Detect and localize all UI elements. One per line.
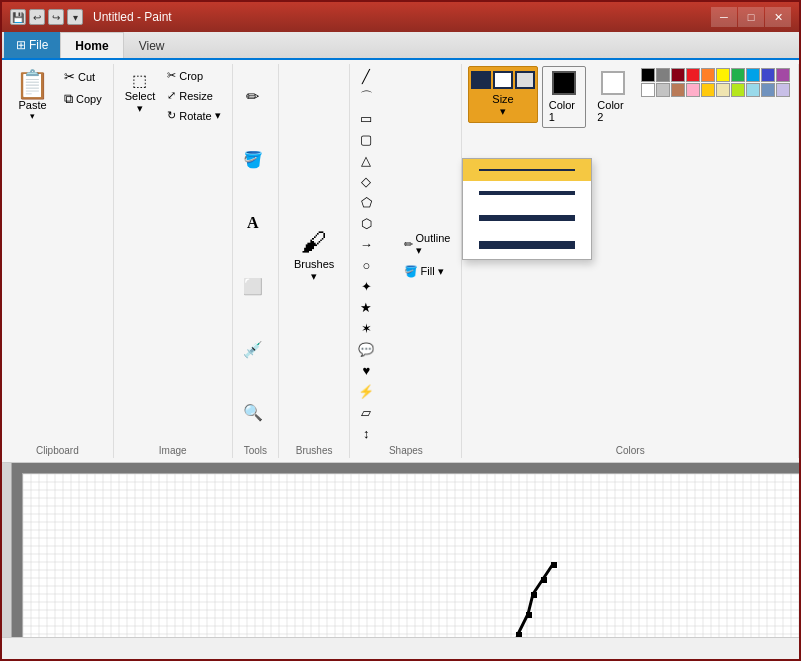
palette-ltblue[interactable] xyxy=(746,83,760,97)
brush-icon: 🖌 xyxy=(301,227,327,258)
palette-lavender[interactable] xyxy=(776,83,790,97)
palette-green[interactable] xyxy=(731,68,745,82)
shape-line[interactable]: ╱ xyxy=(356,66,376,86)
palette-cream[interactable] xyxy=(716,83,730,97)
color1-button[interactable]: Color 1 xyxy=(542,66,587,128)
palette-blue[interactable] xyxy=(761,68,775,82)
cut-label: Cut xyxy=(78,71,95,83)
rotate-icon: ↻ xyxy=(167,109,176,122)
minimize-button[interactable]: ─ xyxy=(711,7,737,27)
palette-brown[interactable] xyxy=(671,83,685,97)
image-small-buttons: ✂ Crop ⤢ Resize ↻ Rotate ▾ xyxy=(162,66,225,125)
colors-group-label: Colors xyxy=(468,443,792,456)
fill-button[interactable]: 🪣 Fill ▾ xyxy=(399,262,456,281)
picker-tool[interactable]: 💉 xyxy=(239,335,267,363)
palette-pink[interactable] xyxy=(686,83,700,97)
palette-lgray[interactable] xyxy=(656,83,670,97)
paint-canvas[interactable] xyxy=(22,473,799,637)
size-color-group: Size ▾ Color 1 Color 2 xyxy=(462,64,799,458)
color-palette xyxy=(639,66,792,99)
outline-button[interactable]: ✏ Outline ▾ xyxy=(399,229,456,260)
shapes-group: ╱ ⌒ ▭ ▢ △ ◇ ⬠ ⬡ → ○ ✦ ★ ✶ 💬 ♥ ⚡ xyxy=(350,64,462,458)
ribbon-content: 📋 Paste ▾ ✂ Cut ⧉ Copy Clipboard xyxy=(2,60,799,463)
select-button[interactable]: ⬚ Select ▾ xyxy=(120,66,161,120)
shape-arrow-right[interactable]: → xyxy=(356,234,376,254)
palette-dgray[interactable] xyxy=(656,68,670,82)
shape-curve[interactable]: ⌒ xyxy=(356,87,376,107)
scissors-icon: ✂ xyxy=(64,69,75,84)
shape-hexagon[interactable]: ⬡ xyxy=(356,213,376,233)
rotate-button[interactable]: ↻ Rotate ▾ xyxy=(162,106,225,125)
file-label: File xyxy=(29,38,48,52)
copy-button[interactable]: ⧉ Copy xyxy=(59,88,107,110)
shape-parallelogram[interactable]: ▱ xyxy=(356,402,376,422)
palette-red[interactable] xyxy=(686,68,700,82)
fill-tool[interactable]: 🪣 xyxy=(239,146,267,174)
shape-star4[interactable]: ✦ xyxy=(356,276,376,296)
size-option-3[interactable] xyxy=(463,205,591,231)
palette-black[interactable] xyxy=(641,68,655,82)
paste-icon: 📋 xyxy=(15,71,50,99)
palette-lime[interactable] xyxy=(731,83,745,97)
quick-access-save[interactable]: 💾 xyxy=(10,9,26,25)
image-group: ⬚ Select ▾ ✂ Crop ⤢ Resize ↻ Rotate xyxy=(114,64,233,458)
shape-diamond[interactable]: ◇ xyxy=(356,171,376,191)
crop-button[interactable]: ✂ Crop xyxy=(162,66,225,85)
eraser-tool[interactable]: ⬜ xyxy=(239,272,267,300)
paste-dropdown-icon: ▾ xyxy=(30,111,35,121)
palette-gold[interactable] xyxy=(701,83,715,97)
brushes-button[interactable]: 🖌 Brushes ▾ xyxy=(285,222,343,288)
text-tool[interactable]: A xyxy=(239,209,267,237)
close-button[interactable]: ✕ xyxy=(765,7,791,27)
file-tab[interactable]: ⊞ File xyxy=(4,32,60,58)
tools-group: ✏ 🪣 A ⬜ 💉 🔍 Tools xyxy=(233,64,279,458)
shape-star6[interactable]: ✶ xyxy=(356,318,376,338)
copy-label: Copy xyxy=(76,93,102,105)
shapes-grid: ╱ ⌒ ▭ ▢ △ ◇ ⬠ ⬡ → ○ ✦ ★ ✶ 💬 ♥ ⚡ xyxy=(356,66,396,443)
palette-darkred[interactable] xyxy=(671,68,685,82)
color2-button[interactable]: Color 2 xyxy=(590,66,635,128)
quick-access-dropdown[interactable]: ▾ xyxy=(67,9,83,25)
brushes-group-label: Brushes xyxy=(285,443,343,456)
tab-home[interactable]: Home xyxy=(60,32,123,58)
size-button[interactable]: Size ▾ xyxy=(468,66,537,123)
fill-icon: 🪣 xyxy=(404,265,418,278)
size-option-4[interactable] xyxy=(463,231,591,259)
palette-orange[interactable] xyxy=(701,68,715,82)
size-dropdown xyxy=(462,158,592,260)
maximize-button[interactable]: □ xyxy=(738,7,764,27)
size-option-2[interactable] xyxy=(463,181,591,205)
shape-rect[interactable]: ▭ xyxy=(356,108,376,128)
paste-label: Paste xyxy=(18,99,46,111)
shape-pentagon[interactable]: ⬠ xyxy=(356,192,376,212)
magnify-tool[interactable]: 🔍 xyxy=(239,398,267,426)
shape-roundrect[interactable]: ▢ xyxy=(356,129,376,149)
palette-cyan[interactable] xyxy=(746,68,760,82)
shape-heart[interactable]: ♥ xyxy=(356,360,376,380)
select-label: Select xyxy=(125,90,156,102)
cut-button[interactable]: ✂ Cut xyxy=(59,66,107,87)
pencil-tool[interactable]: ✏ xyxy=(239,83,267,111)
resize-button[interactable]: ⤢ Resize xyxy=(162,86,225,105)
palette-yellow[interactable] xyxy=(716,68,730,82)
palette-periwinkle[interactable] xyxy=(761,83,775,97)
shape-star5[interactable]: ★ xyxy=(356,297,376,317)
title-bar: 💾 ↩ ↪ ▾ Untitled - Paint ─ □ ✕ xyxy=(2,2,799,32)
palette-purple[interactable] xyxy=(776,68,790,82)
paste-button[interactable]: 📋 Paste ▾ xyxy=(8,66,57,126)
shape-scroll[interactable]: ↕ xyxy=(356,423,376,443)
crop-icon: ✂ xyxy=(167,69,176,82)
quick-access-undo[interactable]: ↩ xyxy=(29,9,45,25)
tab-view[interactable]: View xyxy=(124,32,180,58)
shape-lightning[interactable]: ⚡ xyxy=(356,381,376,401)
quick-access-redo[interactable]: ↪ xyxy=(48,9,64,25)
palette-white[interactable] xyxy=(641,83,655,97)
size-option-1[interactable] xyxy=(463,159,591,181)
shapes-group-label: Shapes xyxy=(356,443,455,456)
title-bar-icons: 💾 ↩ ↪ ▾ xyxy=(10,9,83,25)
fill-label: Fill ▾ xyxy=(421,265,444,278)
canvas-scroll[interactable] xyxy=(12,463,799,637)
shape-ellipse[interactable]: ○ xyxy=(356,255,376,275)
shape-triangle[interactable]: △ xyxy=(356,150,376,170)
shape-callout[interactable]: 💬 xyxy=(356,339,376,359)
